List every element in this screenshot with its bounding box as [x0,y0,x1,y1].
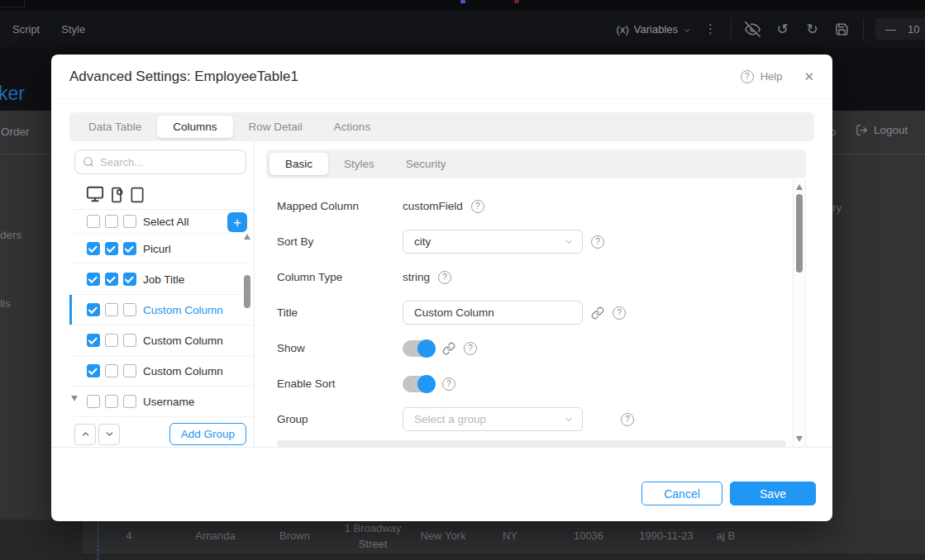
tablet-icon[interactable] [129,187,145,203]
tab-columns[interactable]: Columns [157,116,232,138]
kebab-menu-icon[interactable]: ⋮ [704,21,718,36]
nav-item-order-fragment: Order [1,126,30,138]
tab-style[interactable]: Style [61,23,85,36]
select-all-row[interactable]: Select All + [69,209,254,234]
search-box[interactable] [74,149,246,174]
scroll-down-icon[interactable] [796,436,803,442]
scroll-up-icon[interactable] [796,184,803,190]
scroll-up-icon[interactable] [244,234,250,240]
enable-sort-toggle[interactable] [403,376,434,392]
help-icon[interactable]: ? [442,377,455,391]
add-group-button[interactable]: Add Group [169,423,246,445]
help-label[interactable]: Help [761,70,783,83]
column-list-item[interactable]: Custom Column [69,295,254,325]
help-icon[interactable]: ? [591,235,604,249]
save-icon[interactable] [834,21,850,37]
vertical-scrollbar[interactable] [793,179,806,447]
field-control: ? [403,340,477,357]
help-icon[interactable]: ? [438,271,451,284]
redo-icon[interactable]: ↻ [804,21,820,37]
table-cell: 1 Broadway Street [334,521,412,553]
mobile-icon[interactable] [108,187,125,203]
column-list-item[interactable]: Custom Column [69,356,254,387]
checkbox[interactable] [87,364,100,377]
column-list-item[interactable]: Custom Column [69,325,254,356]
checkbox[interactable] [105,334,118,347]
help-icon[interactable]: ? [613,306,626,320]
checkbox[interactable] [123,303,136,316]
sidebar-scroll-down[interactable] [69,396,79,404]
scroll-down-icon[interactable] [71,396,78,401]
help-icon[interactable]: ? [471,200,484,213]
search-input[interactable] [100,156,224,168]
toggle-knob [417,375,436,393]
modal-content: Select All + PicurlJob TitleCustom Colum… [51,141,832,448]
move-down-button[interactable] [98,424,120,445]
zoom-control[interactable]: — 10 [875,18,925,40]
scrollbar-thumb[interactable] [796,194,803,273]
link-icon[interactable] [591,306,604,320]
checkbox[interactable] [87,395,100,408]
horizontal-scrollbar[interactable] [277,440,786,447]
tab-row-detail[interactable]: Row Detail [233,116,318,138]
column-list-item[interactable]: Picurl [69,234,254,264]
app-logo-fragment: ker [0,83,25,105]
help-icon[interactable]: ? [464,342,477,355]
sidebar-scrollbar[interactable] [242,234,252,415]
logout-button[interactable]: Logout [856,124,908,136]
zoom-out-icon[interactable]: — [885,23,896,36]
subtab-security[interactable]: Security [390,153,462,175]
checkbox[interactable] [105,303,118,316]
scrollbar-thumb[interactable] [244,275,250,308]
table-cell: NY [474,529,546,544]
field-control: customField? [403,200,484,213]
checkbox[interactable] [87,303,100,316]
help-icon[interactable]: ? [621,413,634,426]
save-button[interactable]: Save [730,482,816,505]
desktop-icon[interactable] [86,185,104,203]
title-input[interactable] [403,301,583,325]
checkbox[interactable] [105,215,118,228]
checkbox[interactable] [123,273,136,286]
checkbox[interactable] [105,242,118,255]
modal-header: Advanced Settings: EmployeeTable1 ? Help… [51,55,832,99]
checkbox[interactable] [123,334,136,347]
right-text-fragment: ry [832,202,842,214]
field-row-column-type: Column Typestring? [266,259,806,295]
logout-label: Logout [874,124,908,136]
column-list-item[interactable]: Username [69,387,254,417]
checkbox[interactable] [87,242,100,255]
close-icon[interactable]: ✕ [803,69,814,84]
toggle-knob [417,339,436,358]
sort-by-select[interactable]: city [403,230,583,254]
checkbox[interactable] [123,364,136,377]
subtab-basic[interactable]: Basic [269,153,328,175]
column-list-item[interactable]: Job Title [69,264,254,295]
link-icon[interactable] [442,342,455,355]
subtab-styles[interactable]: Styles [328,153,390,175]
checkbox[interactable] [105,273,118,286]
cancel-button[interactable]: Cancel [641,482,722,505]
add-column-button[interactable]: + [227,212,247,232]
checkbox[interactable] [105,395,118,408]
checkbox[interactable] [123,242,136,255]
editor-toolbar-actions: (x) Variables ⋮ ↺ ↻ — 10 [617,11,925,47]
variables-dropdown[interactable]: (x) Variables [617,23,691,36]
checkbox[interactable] [123,215,136,228]
tab-actions[interactable]: Actions [318,116,386,138]
field-row-sort-by: Sort Bycity? [266,224,806,259]
checkbox[interactable] [87,273,100,286]
checkbox[interactable] [105,364,118,377]
tab-script[interactable]: Script [12,23,40,36]
column-list: PicurlJob TitleCustom ColumnCustom Colum… [69,234,254,417]
help-icon[interactable]: ? [741,70,754,83]
checkbox[interactable] [87,215,100,228]
tab-data-table[interactable]: Data Table [73,116,157,138]
checkbox[interactable] [87,334,100,347]
show-toggle[interactable] [403,340,434,357]
move-up-button[interactable] [74,424,96,445]
undo-icon[interactable]: ↺ [775,21,790,37]
group-select[interactable]: Select a group [403,407,583,431]
checkbox[interactable] [123,395,136,408]
eye-off-icon[interactable] [745,21,761,37]
